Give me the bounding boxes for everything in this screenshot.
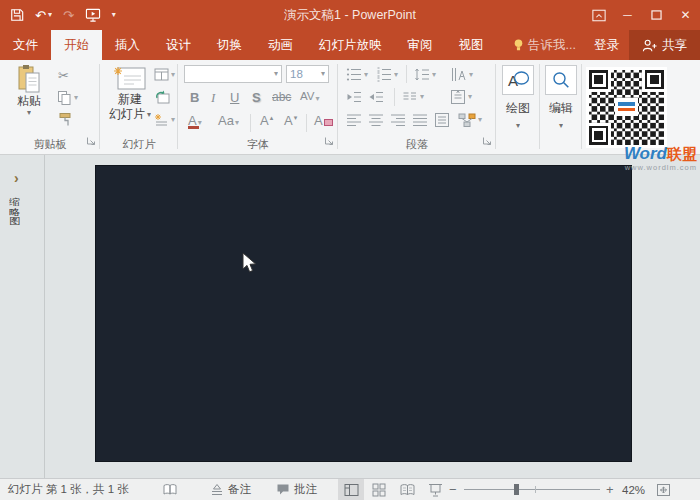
tab-home[interactable]: 开始 [51, 30, 102, 60]
close-button[interactable]: ✕ [671, 0, 700, 30]
zoom-slider-track[interactable] [464, 489, 600, 490]
zoom-in-button[interactable]: + [606, 479, 614, 500]
section-dropdown-icon[interactable]: ▾ [171, 116, 175, 124]
copy-dropdown-icon[interactable]: ▾ [74, 94, 78, 102]
change-case-dropdown-icon[interactable]: ▾ [235, 119, 239, 127]
tab-review[interactable]: 审阅 [395, 30, 446, 60]
undo-dropdown-icon[interactable]: ▾ [48, 11, 52, 19]
minimize-button[interactable]: ─ [613, 0, 642, 30]
font-color-button[interactable]: A ▾ [188, 114, 202, 127]
sign-in-button[interactable]: 登录 [584, 30, 629, 60]
clear-formatting-button[interactable]: A [314, 114, 333, 127]
font-name-dropdown-icon[interactable]: ▾ [274, 70, 278, 78]
align-left-button[interactable] [346, 113, 362, 127]
zoom-out-button[interactable]: − [449, 479, 457, 500]
numbering-dropdown-icon[interactable]: ▾ [394, 71, 398, 79]
clipboard-dialog-launcher[interactable] [86, 132, 96, 150]
shrink-font-button[interactable]: A ▾ [284, 114, 297, 127]
smartart-convert-button[interactable]: ▾ [458, 112, 482, 128]
layout-dropdown-icon[interactable]: ▾ [171, 71, 175, 79]
customize-qat-button[interactable]: ▾ [112, 11, 116, 19]
tab-slideshow[interactable]: 幻灯片放映 [306, 30, 395, 60]
zoom-slider-thumb[interactable] [514, 484, 519, 495]
editing-button[interactable]: 编辑 ▾ [543, 65, 579, 130]
notes-button[interactable]: 备注 [210, 479, 251, 500]
character-spacing-dropdown-icon[interactable]: ▾ [316, 95, 320, 103]
align-center-button[interactable] [368, 113, 384, 127]
align-right-button[interactable] [390, 113, 406, 127]
font-color-dropdown-icon[interactable]: ▾ [198, 119, 202, 127]
maximize-button[interactable] [642, 0, 671, 30]
paragraph-dialog-launcher[interactable] [482, 132, 492, 150]
font-name-combo[interactable]: ▾ [184, 65, 282, 83]
thumbnail-pane-label[interactable]: 缩略图 [9, 198, 22, 226]
new-slide-dropdown-icon[interactable]: ▾ [147, 111, 151, 119]
text-shadow-button[interactable]: S [252, 91, 261, 104]
bullets-button[interactable]: ▾ [346, 67, 368, 82]
reset-icon [155, 89, 170, 104]
format-painter-button[interactable] [58, 112, 72, 127]
save-button[interactable] [10, 8, 24, 22]
text-direction-dropdown-icon[interactable]: ▾ [469, 71, 473, 79]
tab-transitions[interactable]: 切换 [204, 30, 255, 60]
font-size-dropdown-icon[interactable]: ▾ [321, 70, 325, 78]
justify-button[interactable] [412, 113, 428, 127]
tab-design[interactable]: 设计 [153, 30, 204, 60]
paste-dropdown-icon[interactable]: ▾ [27, 109, 31, 117]
increase-indent-button[interactable] [368, 90, 384, 104]
align-text-dropdown-icon[interactable]: ▾ [468, 93, 472, 101]
change-case-button[interactable]: Aa ▾ [218, 114, 239, 127]
slide-counter[interactable]: 幻灯片 第 1 张，共 1 张 [8, 479, 129, 500]
drawing-dropdown-icon[interactable]: ▾ [516, 122, 520, 130]
drawing-button[interactable]: A 绘图 ▾ [500, 65, 536, 130]
comments-button[interactable]: 批注 [276, 479, 317, 500]
line-spacing-dropdown-icon[interactable]: ▾ [432, 71, 436, 79]
thumbnail-pane-divider[interactable] [44, 155, 45, 478]
columns-dropdown-icon[interactable]: ▾ [420, 93, 424, 101]
text-direction-button[interactable]: ▾ [450, 67, 473, 82]
strikethrough-button[interactable]: abc [272, 91, 291, 103]
view-slideshow-button[interactable] [422, 479, 448, 500]
italic-button[interactable]: I [211, 91, 215, 104]
expand-thumbnails-chevron[interactable]: › [14, 170, 19, 186]
new-slide-button[interactable]: 新建 幻灯片 ▾ [104, 66, 156, 122]
view-normal-button[interactable] [338, 479, 364, 500]
tab-animations[interactable]: 动画 [255, 30, 306, 60]
section-button[interactable]: ▾ [154, 112, 175, 127]
view-slide-sorter-button[interactable] [366, 479, 392, 500]
font-dialog-launcher[interactable] [324, 132, 334, 150]
save-icon [10, 8, 24, 22]
cut-button[interactable]: ✂ [58, 68, 69, 83]
font-size-combo[interactable]: 18 ▾ [286, 65, 329, 83]
character-spacing-button[interactable]: AV ▾ [300, 91, 320, 103]
bullets-dropdown-icon[interactable]: ▾ [364, 71, 368, 79]
grow-font-button[interactable]: A ▴ [260, 114, 273, 127]
align-text-button[interactable]: ▾ [450, 89, 472, 105]
numbering-button[interactable]: ▾ [376, 67, 398, 82]
layout-button[interactable]: ▾ [154, 68, 175, 81]
columns-button[interactable]: ▾ [402, 90, 424, 104]
tab-file[interactable]: 文件 [0, 30, 51, 60]
paste-button[interactable]: 粘贴 ▾ [8, 64, 50, 117]
spell-check-button[interactable] [163, 479, 177, 500]
copy-button[interactable]: ▾ [57, 90, 78, 106]
editing-dropdown-icon[interactable]: ▾ [559, 122, 563, 130]
share-button[interactable]: 共享 [629, 30, 700, 60]
undo-button[interactable]: ↶ ▾ [35, 9, 52, 22]
tab-insert[interactable]: 插入 [102, 30, 153, 60]
zoom-level[interactable]: 42% [622, 479, 645, 500]
reset-button[interactable] [155, 89, 170, 104]
underline-button[interactable]: U [230, 91, 239, 104]
fit-slide-to-window-button[interactable] [656, 479, 671, 500]
decrease-indent-button[interactable] [346, 90, 362, 104]
tell-me-box[interactable]: 告诉我... [505, 30, 584, 60]
line-spacing-button[interactable]: ▾ [414, 67, 436, 82]
ribbon-display-options-button[interactable] [584, 0, 613, 30]
smartart-dropdown-icon[interactable]: ▾ [478, 116, 482, 124]
distribute-button[interactable] [434, 112, 450, 128]
tab-view[interactable]: 视图 [446, 30, 497, 60]
slide-canvas[interactable] [95, 165, 632, 462]
view-reading-button[interactable] [394, 479, 420, 500]
bold-button[interactable]: B [190, 91, 199, 104]
start-slideshow-button[interactable] [85, 8, 101, 22]
